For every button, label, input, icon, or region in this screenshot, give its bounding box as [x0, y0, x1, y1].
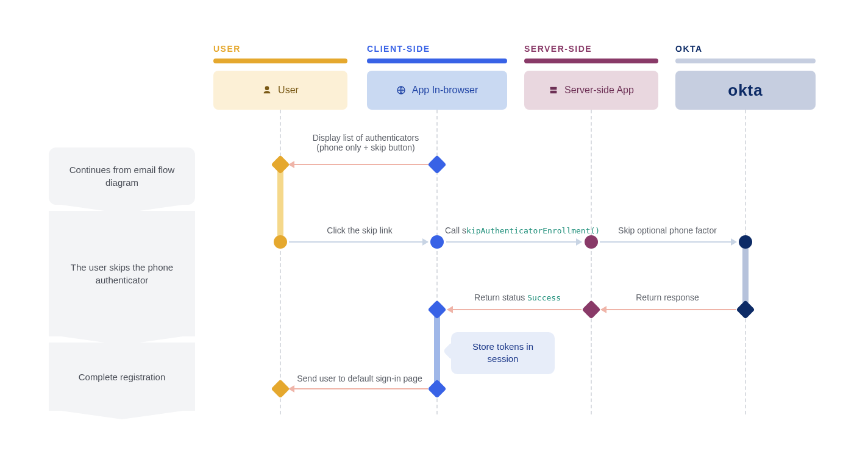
- lifeline-server: [591, 110, 592, 414]
- arrow-display-authenticators: [289, 164, 429, 165]
- lane-bar-client: [367, 59, 507, 63]
- step-label: The user skips the phone authenticator: [63, 261, 180, 286]
- lane-title-server: SERVER-SIDE: [524, 44, 592, 54]
- arrow-return-status: [447, 309, 582, 310]
- lane-label: User: [278, 85, 299, 96]
- msg-skip-optional-phone: Skip optional phone factor: [603, 226, 731, 235]
- node-okta: [736, 300, 755, 319]
- arrow-skip-optional: [600, 241, 736, 243]
- svg-rect-1: [550, 87, 557, 90]
- lane-box-client: App In-browser: [367, 71, 507, 110]
- node-client: [427, 155, 446, 174]
- node-client: [427, 300, 446, 319]
- arrow-return-response: [601, 309, 736, 310]
- globe-icon: [396, 85, 406, 95]
- node-user: [271, 155, 290, 174]
- lane-bar-server: [524, 59, 658, 63]
- lane-box-server: Server-side App: [524, 71, 658, 110]
- node-okta: [739, 235, 752, 249]
- lane-bar-user: [213, 59, 347, 63]
- user-icon: [262, 85, 272, 95]
- svg-rect-2: [550, 91, 557, 94]
- msg-return-response: Return response: [610, 293, 725, 302]
- okta-logo: okta: [728, 81, 763, 100]
- node-client: [430, 235, 444, 249]
- activation-user: [277, 165, 283, 243]
- lane-title-okta: OKTA: [675, 44, 703, 54]
- node-server: [585, 235, 598, 249]
- arrow-click-skip: [289, 241, 428, 243]
- lane-box-user: User: [213, 71, 347, 110]
- lane-label: Server-side App: [564, 85, 634, 96]
- arrow-call-skip: [446, 241, 582, 243]
- chevron-divider: [49, 410, 195, 423]
- server-icon: [549, 85, 558, 95]
- diagram-canvas: Continues from email flow diagram The us…: [0, 0, 868, 451]
- msg-call-skip-enrollment: Call skipAuthenticatorEnrollment(): [445, 226, 591, 235]
- lane-box-okta: okta: [675, 71, 816, 110]
- msg-click-skip: Click the skip link: [299, 226, 421, 235]
- msg-display-authenticators: Display list of authenticators (phone on…: [293, 133, 439, 152]
- step-label: Complete registration: [79, 371, 166, 383]
- arrow-send-to-signin: [289, 388, 428, 389]
- msg-send-to-signin: Send user to default sign-in page: [283, 374, 436, 383]
- step-complete-registration: Complete registration: [49, 343, 195, 411]
- lane-label: App In-browser: [412, 85, 478, 96]
- node-server: [582, 300, 600, 319]
- step-continues-from-email: Continues from email flow diagram: [49, 147, 195, 205]
- lane-title-user: USER: [213, 44, 241, 54]
- node-user: [274, 235, 287, 249]
- lane-title-client: CLIENT-SIDE: [367, 44, 430, 54]
- note-store-tokens: Store tokens in session: [451, 332, 555, 374]
- lane-bar-okta: [675, 59, 816, 63]
- activation-okta: [742, 241, 749, 310]
- step-skip-phone: The user skips the phone authenticator: [49, 211, 195, 336]
- step-label: Continues from email flow diagram: [63, 163, 180, 189]
- msg-return-status: Return status Success: [454, 293, 582, 302]
